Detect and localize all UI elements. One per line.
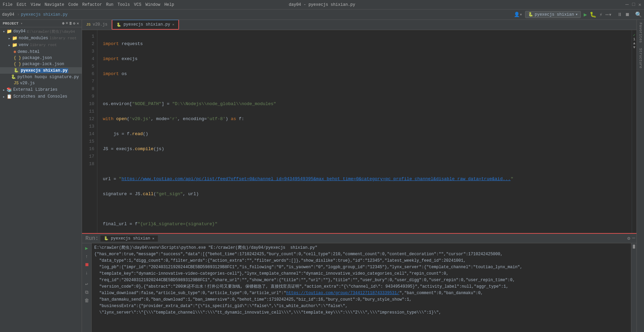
- run-tab-label: pyexecjs shixian: [111, 236, 150, 241]
- menu-run[interactable]: Run: [106, 2, 113, 7]
- menu-navigate[interactable]: Navigate: [44, 2, 64, 7]
- tree-label-package-json: package.json: [23, 56, 52, 60]
- menu-code[interactable]: Code: [68, 2, 78, 7]
- scroll-up-icon[interactable]: ▲: [633, 41, 635, 45]
- folder-venv-icon: ▸: [8, 43, 11, 47]
- tree-icon1[interactable]: ⊕: [62, 21, 65, 26]
- url-link[interactable]: https://www.toutiao.com/api/pc/list/feed…: [122, 176, 511, 182]
- run-output: E:\crawler(爬虫)\day04\venv\Scripts\python…: [92, 243, 631, 332]
- tree-label-v20js: v20.js: [20, 81, 35, 86]
- ext-libs-icon: ▸: [3, 88, 5, 92]
- run-scroll-up[interactable]: ↑: [84, 253, 88, 260]
- tree-label-python-huoqu: python huoqu signature.py: [17, 75, 79, 80]
- run-clear-icon[interactable]: 🗑: [84, 297, 90, 304]
- more-actions-button[interactable]: ⋯▾: [605, 11, 612, 18]
- scroll-down-icon[interactable]: ▼: [633, 45, 635, 49]
- scratches-icon: ▸: [3, 95, 5, 99]
- run-article-link[interactable]: https://toutiao.com/group/73441271187433…: [286, 291, 399, 295]
- folder-venv-folder-icon: 📁: [12, 42, 17, 48]
- tree-label-external-libs: External Libraries: [13, 87, 58, 92]
- maximize-button[interactable]: □: [632, 2, 635, 8]
- run-config-label: pyexecjs shixian: [535, 12, 574, 17]
- window-title: day04 - pyexecjs shixian.py: [289, 0, 355, 10]
- menu-view[interactable]: View: [31, 2, 41, 7]
- run-output-line-7: "allow_download":false,"article_sub_type…: [94, 290, 628, 296]
- tree-item-pyexecjs[interactable]: 🐍 pyexecjs shixian.py: [0, 67, 82, 74]
- tree-item-node-modules[interactable]: ▸ 📁 node_modules library root: [0, 35, 82, 42]
- code-line-9: [103, 160, 632, 168]
- check-icon: ✓: [633, 33, 635, 37]
- breadcrumb-day04[interactable]: day04: [2, 12, 14, 17]
- tree-item-v20js[interactable]: JS v20.js: [0, 80, 82, 86]
- file-tree-panel: Project ▾ ⊕ ≡ ≣ ⚙ ✕ ▾ 📁 day04 E:\crawler…: [0, 20, 82, 332]
- run-copy-icon[interactable]: ⧉: [84, 289, 89, 296]
- tree-label-node-modules: node_modules: [19, 36, 48, 41]
- toolbar-right: 👤▾ 🐍 pyexecjs shixian ▾ ▶ 🐛 ⚡ ⋯▾ ⏸ ⏹ 🔍: [514, 11, 642, 18]
- tree-item-python-huoqu[interactable]: 🐍 python huoqu signature.py: [0, 74, 82, 80]
- run-scroll-down[interactable]: ↓: [84, 270, 88, 276]
- tree-toolbar: ⊕ ≡ ≣ ⚙ ✕: [62, 21, 79, 26]
- menu-refactor[interactable]: Refactor: [82, 2, 102, 7]
- run-settings-icon[interactable]: ⚙: [627, 235, 630, 241]
- menu-help[interactable]: Help: [164, 2, 174, 7]
- run-panel-close-icon[interactable]: ─: [632, 235, 635, 241]
- menu-file[interactable]: File: [3, 2, 13, 7]
- second-toolbar: day04 › pyexecjs shixian.py 👤▾ 🐍 pyexecj…: [0, 10, 644, 20]
- tree-sub-venv: library root: [30, 43, 57, 47]
- tab-v20js[interactable]: JS v20.js: [82, 20, 112, 30]
- menu-vcs[interactable]: VCS: [134, 2, 141, 7]
- tree-item-external-libs[interactable]: ▸ 📚 External Libraries: [0, 86, 82, 93]
- pyexecjs-tab-label: pyexecjs shixian.py: [123, 22, 170, 27]
- pause-button[interactable]: ⏸: [617, 12, 622, 17]
- coverage-button[interactable]: ⚡: [599, 11, 603, 18]
- sidebar-structure[interactable]: Structure: [638, 45, 643, 71]
- tree-close-icon[interactable]: ✕: [77, 21, 79, 26]
- run-wrap-icon[interactable]: ↩: [84, 280, 88, 288]
- dropdown-arrow: ▾: [575, 12, 578, 17]
- search-button[interactable]: 🔍: [635, 11, 642, 18]
- tree-icon3[interactable]: ≣: [69, 21, 72, 26]
- tree-item-venv[interactable]: ▸ 📁 venv library root: [0, 42, 82, 48]
- run-output-line-6: "version_code":0},{"abstract":"200米还不出水！…: [94, 284, 628, 290]
- run-play-icon[interactable]: ▶: [84, 245, 88, 252]
- run-output-line-8: "ban_danmaku_send":0,"ban_download":1,"b…: [94, 297, 628, 303]
- html-file-icon: ◉: [14, 49, 16, 54]
- close-button[interactable]: ✕: [639, 2, 641, 8]
- sidebar-favorites[interactable]: Favorites: [638, 20, 643, 45]
- file-tree-content: ▾ 📁 day04 E:\crawler(爬虫)\day04 ▸ 📁 node_…: [0, 27, 82, 332]
- right-gutter: ✓ 1 ▲ ▼: [632, 30, 636, 233]
- run-tab-close[interactable]: ✕: [152, 236, 154, 241]
- pyexecjs-tab-icon: 🐍: [117, 23, 121, 27]
- tree-item-scratches[interactable]: ▸ 📋 Scratches and Consoles: [0, 93, 82, 100]
- minimize-button[interactable]: ─: [626, 2, 629, 8]
- project-dropdown-icon[interactable]: ▾: [20, 21, 23, 26]
- menu-window[interactable]: Window: [146, 2, 160, 7]
- tree-item-day04[interactable]: ▾ 📁 day04 E:\crawler(爬虫)\day04: [0, 28, 82, 35]
- run-config-dropdown[interactable]: 🐍 pyexecjs shixian ▾: [525, 11, 581, 18]
- tree-settings-icon[interactable]: ⚙: [73, 21, 76, 26]
- run-button[interactable]: ▶: [584, 11, 587, 18]
- menu-tools[interactable]: Tools: [118, 2, 130, 7]
- run-stop-icon[interactable]: ⏹: [84, 261, 90, 268]
- pyexecjs-tab-close[interactable]: ✕: [172, 23, 174, 27]
- run-output-line-1: {"has_more":true,"message":"success","da…: [94, 251, 628, 257]
- debug-button[interactable]: 🐛: [590, 11, 597, 18]
- breadcrumb-file[interactable]: pyexecjs shixian.py: [21, 12, 68, 17]
- tab-pyexecjs[interactable]: 🐍 pyexecjs shixian.py ✕: [112, 20, 179, 30]
- folder-nm-icon: 📁: [12, 35, 17, 41]
- tree-label-scratches: Scratches and Consoles: [13, 94, 67, 99]
- tree-item-package-lock[interactable]: { } package-lock.json: [0, 61, 82, 67]
- tree-item-package-json[interactable]: { } package.json: [0, 55, 82, 61]
- menu-edit[interactable]: Edit: [17, 2, 27, 7]
- run-tab-pyexecjs[interactable]: 🐍 pyexecjs shixian ✕: [100, 235, 157, 242]
- tree-sub-day04: E:\crawler(爬虫)\day04: [27, 29, 75, 34]
- code-editor[interactable]: 12345 678910 1112131415 161718 import re…: [82, 30, 636, 233]
- code-line-3: import os: [103, 70, 632, 78]
- run-output-line-10: \"lynx_server\":\"{\\\"template_channel\…: [94, 309, 628, 316]
- stop-button[interactable]: ⏹: [625, 12, 630, 17]
- tree-icon2[interactable]: ≡: [66, 21, 68, 26]
- ext-libs-folder-icon: 📚: [6, 87, 12, 92]
- run-scrollbar-thumb[interactable]: █: [633, 245, 635, 249]
- profile-icon[interactable]: 👤▾: [514, 12, 522, 17]
- tree-item-demo-html[interactable]: ◉ demo.html: [0, 48, 82, 55]
